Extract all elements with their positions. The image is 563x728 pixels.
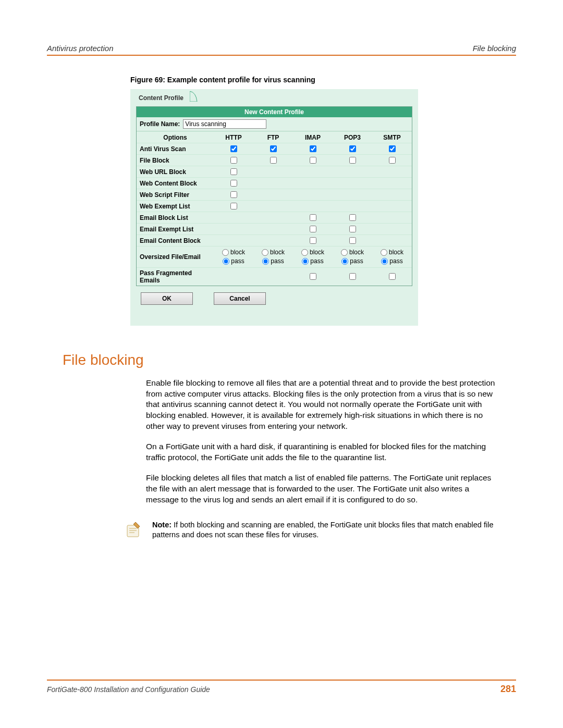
avscan-smtp-checkbox[interactable]	[389, 145, 396, 152]
paragraph-1: Enable file blocking to remove all files…	[146, 378, 500, 433]
emailblock-imap-checkbox[interactable]	[310, 214, 316, 221]
oversize-ftp-block[interactable]: block	[262, 248, 285, 257]
footer-title: FortiGate-800 Installation and Configura…	[47, 685, 210, 694]
tab-curve-icon	[190, 91, 200, 102]
row-emailblock-label: Email Block List	[137, 212, 214, 223]
panel-title: New Content Profile	[137, 107, 412, 117]
ok-button[interactable]: OK	[141, 292, 193, 305]
col-smtp: SMTP	[372, 131, 412, 143]
oversize-pop3-block[interactable]: block	[341, 248, 364, 257]
col-imap: IMAP	[293, 131, 333, 143]
row-webcontent-label: Web Content Block	[137, 177, 214, 189]
note-label: Note:	[152, 521, 172, 529]
fileblock-smtp-checkbox[interactable]	[389, 157, 396, 164]
oversize-imap-block[interactable]: block	[301, 248, 324, 257]
avscan-http-checkbox[interactable]	[230, 145, 237, 152]
oversize-http-block[interactable]: block	[222, 248, 245, 257]
page-footer: FortiGate-800 Installation and Configura…	[47, 680, 516, 695]
row-emailexempt-label: Email Exempt List	[137, 223, 214, 235]
emailexempt-pop3-checkbox[interactable]	[349, 226, 356, 232]
row-avscan-label: Anti Virus Scan	[137, 143, 214, 154]
content-profile-panel: Content Profile New Content Profile Prof…	[130, 89, 418, 326]
fileblock-http-checkbox[interactable]	[230, 157, 237, 164]
row-webscript-label: Web Script Filter	[137, 189, 214, 200]
figure-caption: Figure 69: Example content profile for v…	[130, 76, 516, 84]
weburl-http-checkbox[interactable]	[230, 168, 237, 175]
row-fileblock-label: File Block	[137, 154, 214, 166]
tab-label: Content Profile	[133, 92, 183, 102]
note-body: If both blocking and scanning are enable…	[152, 521, 494, 539]
oversize-ftp-pass[interactable]: pass	[262, 257, 284, 266]
note-text: Note: If both blocking and scanning are …	[152, 520, 500, 540]
profile-table: New Content Profile Profile Name: Option…	[136, 106, 412, 286]
col-http: HTTP	[214, 131, 253, 143]
oversize-imap-pass[interactable]: pass	[302, 257, 323, 266]
row-emailcontent-label: Email Content Block	[137, 235, 214, 246]
row-passfrag-label: Pass Fragmented Emails	[137, 267, 214, 286]
oversize-http-pass[interactable]: pass	[223, 257, 244, 266]
fileblock-pop3-checkbox[interactable]	[349, 157, 356, 164]
header-right: File blocking	[473, 44, 516, 53]
profile-name-input[interactable]	[183, 119, 266, 129]
section-heading: File blocking	[63, 352, 516, 368]
col-pop3: POP3	[333, 131, 372, 143]
passfrag-smtp-checkbox[interactable]	[389, 273, 396, 280]
row-weburl-label: Web URL Block	[137, 166, 214, 177]
options-grid: Options HTTP FTP IMAP POP3 SMTP Anti Vir…	[137, 131, 412, 286]
profile-name-label: Profile Name:	[140, 120, 180, 128]
row-webexempt-label: Web Exempt List	[137, 200, 214, 212]
col-options: Options	[137, 131, 214, 143]
emailexempt-imap-checkbox[interactable]	[310, 226, 316, 232]
oversize-smtp-pass[interactable]: pass	[381, 257, 402, 266]
profile-name-row: Profile Name:	[137, 117, 412, 131]
tab-content-profile[interactable]: Content Profile	[130, 91, 193, 104]
note-icon	[124, 520, 143, 539]
avscan-imap-checkbox[interactable]	[310, 145, 316, 152]
webcontent-http-checkbox[interactable]	[230, 180, 237, 187]
oversize-smtp-block[interactable]: block	[381, 248, 403, 257]
emailblock-pop3-checkbox[interactable]	[349, 214, 356, 221]
col-ftp: FTP	[253, 131, 293, 143]
webexempt-http-checkbox[interactable]	[230, 203, 237, 209]
row-oversize-label: Oversized File/Email	[137, 246, 214, 267]
paragraph-3: File blocking deletes all files that mat…	[146, 473, 500, 505]
cancel-button[interactable]: Cancel	[214, 292, 266, 305]
emailcontent-imap-checkbox[interactable]	[310, 237, 316, 244]
page-header: Antivirus protection File blocking	[47, 44, 516, 56]
page-number: 281	[500, 684, 516, 695]
oversize-pop3-pass[interactable]: pass	[341, 257, 363, 266]
header-left: Antivirus protection	[47, 44, 114, 53]
passfrag-pop3-checkbox[interactable]	[349, 273, 356, 280]
avscan-pop3-checkbox[interactable]	[349, 145, 356, 152]
emailcontent-pop3-checkbox[interactable]	[349, 237, 356, 244]
webscript-http-checkbox[interactable]	[230, 191, 237, 198]
fileblock-ftp-checkbox[interactable]	[270, 157, 277, 164]
fileblock-imap-checkbox[interactable]	[310, 157, 316, 164]
note-block: Note: If both blocking and scanning are …	[124, 520, 500, 540]
passfrag-imap-checkbox[interactable]	[310, 273, 316, 280]
avscan-ftp-checkbox[interactable]	[270, 145, 277, 152]
paragraph-2: On a FortiGate unit with a hard disk, if…	[146, 441, 500, 463]
